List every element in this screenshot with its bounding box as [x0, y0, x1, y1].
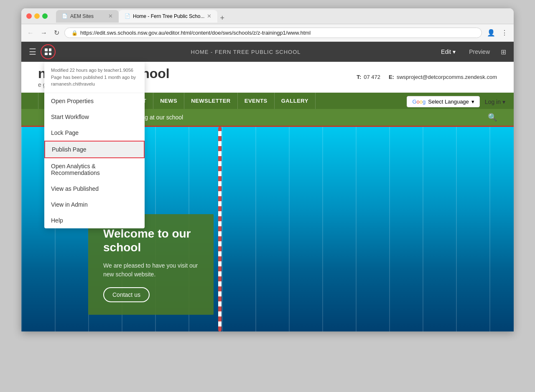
browser-tabs: 📄 AEM Sites ✕ 📄 Home - Fern Tree Public …	[56, 10, 509, 23]
tab-home[interactable]: 📄 Home - Fern Tree Public Scho... ✕	[119, 10, 217, 23]
hero-text: We are pleased to have you visit our new…	[103, 261, 199, 279]
sidebar-toggle-button[interactable]: ☰	[26, 44, 39, 59]
school-contact: T: 07 472 E: swsproject@detcorpcomms.zen…	[357, 74, 497, 80]
tab-aem-sites[interactable]: 📄 AEM Sites ✕	[56, 10, 119, 23]
lane-rope	[218, 127, 222, 331]
login-button[interactable]: Log in ▾	[485, 99, 505, 105]
aem-toolbar: ☰ HOME - FERN TREE PUBLIC SCHOOL Edit ▾ …	[21, 42, 514, 62]
tab-aem-label: AEM Sites	[70, 13, 94, 19]
page-dropdown-menu: Modified 22 hours ago by teacher1.9056 P…	[44, 62, 145, 228]
menu-item-open-analytics[interactable]: Open Analytics & Recommendations	[44, 158, 145, 181]
minimize-window-button[interactable]	[34, 13, 40, 19]
edit-button[interactable]: Edit ▾	[436, 46, 461, 58]
login-chevron: ▾	[502, 99, 505, 105]
select-language-button[interactable]: Goog Select Language ▾	[407, 96, 479, 107]
profile-button[interactable]: 👤	[485, 27, 497, 38]
hero-title: Welcome to our school	[103, 227, 199, 255]
page-breadcrumb: HOME - FERN TREE PUBLIC SCHOOL	[56, 49, 436, 55]
url-bar[interactable]: 🔒 https://edit.sws.schools.nsw.gov.au/ed…	[64, 28, 482, 38]
phone-label: T:	[357, 74, 361, 80]
search-button[interactable]: 🔍	[488, 113, 497, 122]
menu-item-publish-page[interactable]: Publish Page	[44, 141, 145, 158]
hero-card: Welcome to our school We are pleased to …	[88, 214, 214, 315]
back-button[interactable]: ←	[25, 28, 36, 38]
refresh-button[interactable]: ↻	[52, 27, 61, 38]
nav-news[interactable]: NEWS	[153, 93, 184, 109]
meta-line3: ramanesh.chithravelu	[51, 81, 138, 88]
menu-item-view-in-admin[interactable]: View in Admin	[44, 197, 145, 212]
dropdown-meta: Modified 22 hours ago by teacher1.9056 P…	[44, 62, 145, 93]
url-text: https://edit.sws.schools.nsw.gov.au/edit…	[80, 30, 311, 36]
tab-home-label: Home - Fern Tree Public Scho...	[133, 13, 204, 19]
forward-button[interactable]: →	[39, 28, 49, 38]
nav-events[interactable]: EVENTS	[238, 93, 275, 109]
tab-icon: 📄	[62, 13, 68, 19]
lang-login-bar: Goog Select Language ▾ Log in ▾	[407, 93, 505, 111]
login-label: Log in	[485, 99, 501, 105]
menu-button[interactable]: ⋮	[499, 27, 510, 38]
nav-gallery[interactable]: GALLERY	[275, 93, 316, 109]
browser-action-buttons: 👤 ⋮	[485, 27, 510, 38]
email-contact: E: swsproject@detcorpcomms.zendesk.com	[389, 74, 497, 80]
close-tab-aem[interactable]: ✕	[108, 13, 113, 19]
grid-icon	[45, 48, 51, 55]
menu-item-view-as-published[interactable]: View as Published	[44, 181, 145, 197]
language-label: Select Language	[428, 99, 469, 105]
language-chevron: ▾	[471, 99, 474, 105]
lock-icon: 🔒	[71, 30, 78, 36]
new-tab-button[interactable]: +	[217, 14, 227, 23]
traffic-lights	[26, 13, 48, 19]
edit-chevron: ▾	[453, 48, 456, 55]
tab-icon-home: 📄	[125, 13, 130, 19]
maximize-window-button[interactable]	[42, 13, 48, 19]
aem-right-actions: Edit ▾ Preview ⊞	[436, 46, 509, 58]
edit-label: Edit	[441, 48, 451, 55]
meta-line1: Modified 22 hours ago by teacher1.9056	[51, 67, 138, 74]
share-button[interactable]: ⊞	[498, 46, 509, 58]
phone-number: 07 472	[364, 74, 380, 80]
menu-item-lock-page[interactable]: Lock Page	[44, 125, 145, 141]
aem-menu-button[interactable]	[41, 44, 56, 59]
preview-button[interactable]: Preview	[464, 46, 495, 58]
phone-contact: T: 07 472	[357, 74, 380, 80]
contact-us-button[interactable]: Contact us	[103, 287, 150, 302]
close-window-button[interactable]	[26, 13, 32, 19]
close-tab-home[interactable]: ✕	[207, 13, 211, 19]
address-bar-row: ← → ↻ 🔒 https://edit.sws.schools.nsw.gov…	[21, 24, 514, 42]
email-address: swsproject@detcorpcomms.zendesk.com	[397, 74, 497, 80]
menu-item-help[interactable]: Help	[44, 212, 145, 228]
menu-item-start-workflow[interactable]: Start Workflow	[44, 109, 145, 125]
menu-item-open-properties[interactable]: Open Properties	[44, 93, 145, 109]
google-logo: Goog	[412, 99, 425, 105]
email-label: E:	[389, 74, 394, 80]
meta-line2: Page has been published 1 month ago by	[51, 74, 138, 81]
nav-newsletter[interactable]: NEWSLETTER	[184, 93, 238, 109]
